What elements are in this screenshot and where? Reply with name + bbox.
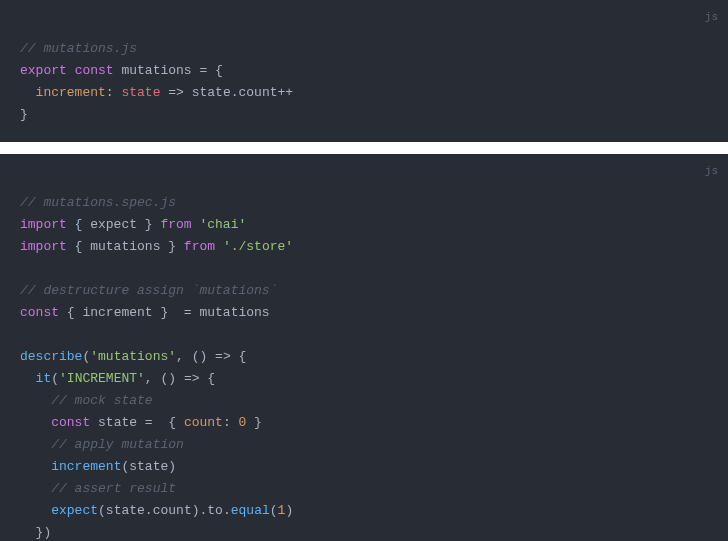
attr-count: count — [184, 415, 223, 430]
string-increment: 'INCREMENT' — [59, 371, 145, 386]
fn-expect: expect — [51, 503, 98, 518]
comment: // assert result — [51, 481, 176, 496]
fn-increment: increment — [51, 459, 121, 474]
string-chai: 'chai' — [199, 217, 246, 232]
code-block-mutations: js// mutations.js export const mutations… — [0, 0, 728, 142]
keyword-import: import — [20, 217, 67, 232]
keyword-export: export — [20, 63, 67, 78]
comment: // mutations.js — [20, 41, 137, 56]
language-label: js — [705, 6, 718, 28]
code-block-spec: js// mutations.spec.js import { expect }… — [0, 154, 728, 541]
keyword-from: from — [160, 217, 191, 232]
keyword-const: const — [51, 415, 90, 430]
fn-it: it — [36, 371, 52, 386]
keyword-import: import — [20, 239, 67, 254]
string-store: './store' — [223, 239, 293, 254]
fn-equal: equal — [231, 503, 270, 518]
var-mutations: mutations — [121, 63, 191, 78]
language-label: js — [705, 160, 718, 182]
keyword-from: from — [184, 239, 215, 254]
param-state: state — [121, 85, 160, 100]
fn-describe: describe — [20, 349, 82, 364]
comment: // mutations.spec.js — [20, 195, 176, 210]
comment: // destructure assign `mutations` — [20, 283, 277, 298]
keyword-const: const — [75, 63, 114, 78]
attr-increment: increment — [36, 85, 106, 100]
comment: // apply mutation — [51, 437, 184, 452]
keyword-const: const — [20, 305, 59, 320]
string-mutations: 'mutations' — [90, 349, 176, 364]
comment: // mock state — [51, 393, 152, 408]
